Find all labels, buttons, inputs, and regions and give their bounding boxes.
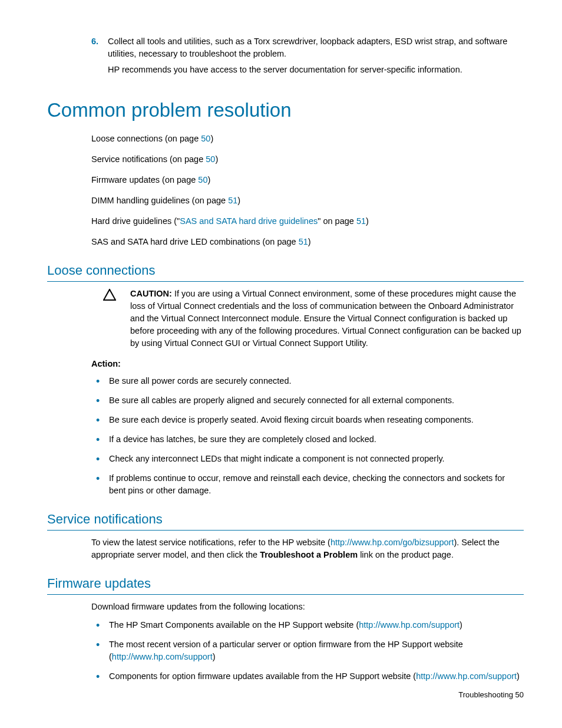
firmware-intro: Download firmware updates from the follo…	[91, 601, 524, 613]
step-number: 6.	[91, 35, 108, 80]
toc-firmware-updates: Firmware updates (on page 50)	[91, 174, 524, 186]
caution-text: If you are using a Virtual Connect envir…	[130, 289, 521, 348]
toc-dimm-handling: DIMM handling guidelines (on page 51)	[91, 195, 524, 207]
toc-sas-sata-led: SAS and SATA hard drive LED combinations…	[91, 236, 524, 248]
list-item: If a device has latches, be sure they ar…	[91, 433, 524, 446]
page-footer: Troubleshooting 50	[458, 690, 524, 701]
toc-service-notifications: Service notifications (on page 50)	[91, 153, 524, 166]
page-ref[interactable]: 50	[198, 175, 207, 185]
page-ref[interactable]: 51	[228, 196, 237, 205]
numbered-step-6: 6. Collect all tools and utilities, such…	[47, 35, 524, 80]
link-sas-sata-guidelines[interactable]: SAS and SATA hard drive guidelines	[180, 216, 318, 226]
link-hp-support[interactable]: http://www.hp.com/support	[416, 671, 517, 681]
step-body: Collect all tools and utilities, such as…	[108, 35, 524, 80]
service-paragraph: To view the latest service notifications…	[91, 536, 524, 561]
list-item: Check any interconnect LEDs that might i…	[91, 453, 524, 465]
page-ref[interactable]: 51	[299, 237, 308, 246]
step-text-2: HP recommends you have access to the ser…	[108, 64, 524, 76]
heading-service-notifications: Service notifications	[47, 510, 524, 531]
list-item: Components for option firmware updates a…	[91, 670, 524, 683]
toc-hard-drive-guidelines: Hard drive guidelines ("SAS and SATA har…	[91, 215, 524, 228]
heading-loose-connections: Loose connections	[47, 261, 524, 282]
bold-troubleshoot: Troubleshoot a Problem	[260, 550, 358, 559]
firmware-list: The HP Smart Components available on the…	[91, 619, 524, 683]
caution-icon	[103, 288, 130, 350]
link-hp-support[interactable]: http://www.hp.com/support	[359, 620, 459, 630]
toc-loose-connections: Loose connections (on page 50)	[91, 133, 524, 145]
page-ref[interactable]: 50	[206, 154, 215, 164]
caution-block: CAUTION: If you are using a Virtual Conn…	[103, 288, 524, 350]
action-list: Be sure all power cords are securely con…	[91, 375, 524, 497]
list-item: The HP Smart Components available on the…	[91, 619, 524, 631]
list-item: Be sure all cables are properly aligned …	[91, 394, 524, 407]
list-item: Be sure all power cords are securely con…	[91, 375, 524, 387]
step-text-1: Collect all tools and utilities, such as…	[108, 35, 524, 60]
link-hp-support[interactable]: http://www.hp.com/support	[112, 652, 213, 661]
link-bizsupport[interactable]: http://www.hp.com/go/bizsupport	[330, 538, 454, 547]
caution-label: CAUTION:	[130, 289, 172, 298]
heading-common-problem-resolution: Common problem resolution	[47, 96, 524, 124]
list-item: If problems continue to occur, remove an…	[91, 472, 524, 497]
page-ref[interactable]: 50	[201, 134, 210, 143]
list-item: Be sure each device is properly seated. …	[91, 414, 524, 426]
page-ref[interactable]: 51	[356, 216, 366, 226]
heading-firmware-updates: Firmware updates	[47, 574, 524, 595]
action-label: Action:	[91, 358, 524, 370]
list-item: The most recent version of a particular …	[91, 638, 524, 663]
